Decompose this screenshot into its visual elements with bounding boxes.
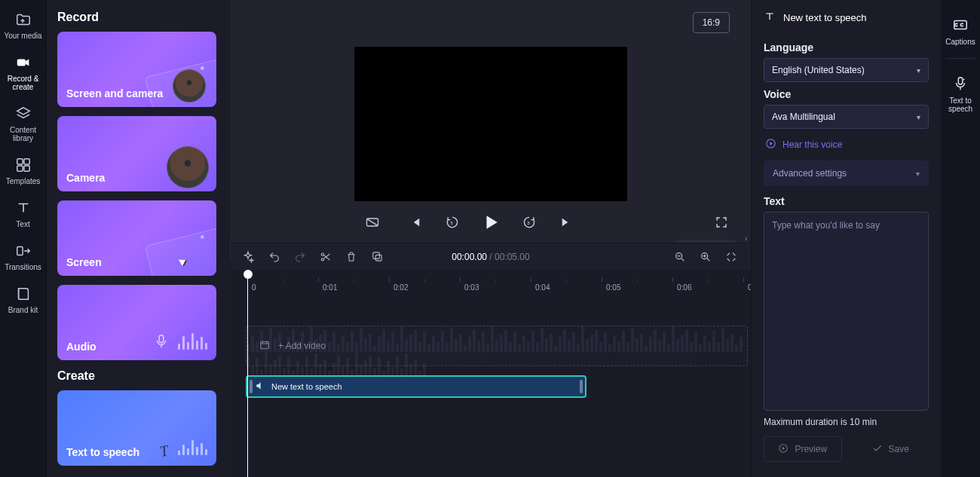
- center-area: ‹ 16:9 5 5: [231, 0, 751, 477]
- rail-your-media[interactable]: Your media: [2, 5, 45, 44]
- skip-start-button[interactable]: [409, 216, 422, 229]
- card-label: Audio: [66, 341, 96, 353]
- sidebar-heading-record: Record: [57, 11, 222, 24]
- svg-text:5: 5: [528, 221, 530, 225]
- waveform-icon: [178, 437, 207, 455]
- panel-title: New text to speech: [764, 11, 929, 25]
- right-mini-rail: Captions Text to speech: [941, 0, 980, 477]
- text-icon: [14, 199, 32, 217]
- tts-text-input[interactable]: [764, 212, 929, 411]
- auto-compose-icon[interactable]: [241, 250, 255, 264]
- svg-rect-20: [958, 78, 963, 84]
- ruler-label: 0:06: [677, 283, 691, 292]
- save-button[interactable]: Save: [853, 436, 929, 462]
- voice-select[interactable]: Ava Multilingual ▾: [764, 105, 929, 129]
- delete-button[interactable]: [345, 251, 357, 263]
- language-select[interactable]: English (United States) ▾: [764, 58, 929, 82]
- video-preview[interactable]: [354, 47, 627, 201]
- timeline-toolbar: 00:00.00 / 00:05.00: [231, 243, 751, 270]
- left-rail: Your media Record & create Content libra…: [0, 0, 47, 477]
- card-label: Text to speech: [66, 446, 139, 458]
- forward-5-button[interactable]: 5: [522, 215, 537, 230]
- mini-captions[interactable]: Captions: [942, 11, 978, 50]
- undo-button[interactable]: [268, 251, 280, 263]
- folder-icon: [14, 11, 32, 29]
- advanced-settings-toggle[interactable]: Advanced settings ▾: [764, 161, 929, 186]
- tts-clip[interactable]: New text to speech: [246, 375, 586, 398]
- advanced-label: Advanced settings: [773, 168, 847, 179]
- film-icon: [259, 339, 271, 353]
- rail-label: Brand kit: [8, 306, 38, 314]
- sidebar-heading-create: Create: [57, 369, 222, 383]
- rail-label: Record & create: [3, 75, 44, 91]
- rail-label: Transitions: [5, 263, 41, 271]
- clip-handle-left[interactable]: [250, 380, 253, 393]
- voice-label: Voice: [764, 88, 929, 100]
- grid-icon: [14, 156, 32, 174]
- aspect-ratio-button[interactable]: 16:9: [693, 12, 730, 33]
- chevron-down-icon: ▾: [917, 113, 920, 121]
- zoom-out-button[interactable]: [674, 251, 686, 263]
- avatar: [167, 146, 209, 188]
- add-video-label: + Add video: [278, 341, 326, 351]
- card-audio[interactable]: Audio: [57, 285, 216, 360]
- card-screen-camera[interactable]: Screen and camera: [57, 32, 216, 107]
- mic-icon: [153, 333, 170, 353]
- preview-zone: 16:9 5 5: [231, 0, 751, 243]
- skip-end-button[interactable]: [559, 216, 573, 229]
- chevron-down-icon: ▾: [917, 66, 920, 75]
- video-track-placeholder[interactable]: + Add video: [246, 326, 748, 366]
- max-duration-note: Maximum duration is 10 min: [764, 417, 929, 427]
- panel-actions: Preview Save: [764, 436, 929, 462]
- svg-rect-0: [17, 59, 25, 66]
- card-camera[interactable]: Camera: [57, 116, 216, 191]
- hear-voice-link[interactable]: Hear this voice: [765, 138, 927, 151]
- ruler-label: 0: [252, 283, 256, 292]
- fullscreen-button[interactable]: [715, 216, 728, 229]
- separator: [945, 58, 975, 59]
- card-label: Camera: [66, 172, 105, 184]
- rail-templates[interactable]: Templates: [2, 150, 45, 190]
- ruler-label: 0:04: [535, 283, 550, 292]
- split-button[interactable]: [320, 251, 332, 263]
- zoom-in-button[interactable]: [700, 251, 712, 263]
- rail-transitions[interactable]: Transitions: [2, 236, 45, 276]
- current-time: 00:00.00: [452, 252, 487, 262]
- timeline-ruler[interactable]: 00:010:020:030:040:050:060:07: [231, 270, 751, 292]
- play-button[interactable]: [482, 214, 499, 231]
- playback-controls: 5 5: [231, 206, 751, 238]
- hide-controls-icon[interactable]: [365, 215, 380, 230]
- rail-label: Templates: [6, 177, 41, 185]
- right-panel: ‹ New text to speech Language English (U…: [751, 0, 941, 477]
- ruler-label: 0:03: [464, 283, 479, 292]
- clip-handle-right[interactable]: [580, 380, 583, 393]
- timeline-tracks[interactable]: + Add video New text to speech: [231, 292, 751, 477]
- preview-button[interactable]: Preview: [764, 436, 842, 462]
- rail-content-library[interactable]: Content library: [2, 99, 45, 147]
- language-value: English (United States): [772, 65, 865, 75]
- zoom-fit-button[interactable]: [725, 251, 737, 263]
- text-label: Text: [764, 195, 929, 207]
- ruler-label: 0:05: [606, 283, 620, 292]
- panel-prev-button[interactable]: ‹: [741, 0, 752, 477]
- card-label: Screen: [66, 256, 102, 268]
- svg-rect-5: [17, 247, 22, 255]
- redo-button[interactable]: [294, 251, 306, 263]
- rail-brand-kit[interactable]: Brand kit: [2, 279, 45, 319]
- card-screen[interactable]: Screen: [57, 200, 216, 276]
- mini-tts[interactable]: Text to speech: [942, 69, 978, 118]
- text-icon: [764, 11, 776, 25]
- rail-record-create[interactable]: Record & create: [2, 47, 45, 96]
- mic-sparkle-icon: [952, 75, 969, 93]
- card-text-to-speech[interactable]: T Text to speech: [57, 390, 216, 466]
- tts-clip-label: New text to speech: [271, 382, 342, 391]
- svg-rect-13: [375, 255, 381, 261]
- rewind-5-button[interactable]: 5: [445, 215, 460, 230]
- playhead[interactable]: [247, 271, 248, 477]
- svg-rect-4: [23, 166, 29, 171]
- svg-rect-16: [261, 341, 269, 348]
- rail-label: Text: [16, 220, 29, 228]
- text-icon: T: [158, 442, 170, 460]
- rail-text[interactable]: Text: [2, 193, 45, 233]
- duplicate-button[interactable]: [371, 250, 384, 263]
